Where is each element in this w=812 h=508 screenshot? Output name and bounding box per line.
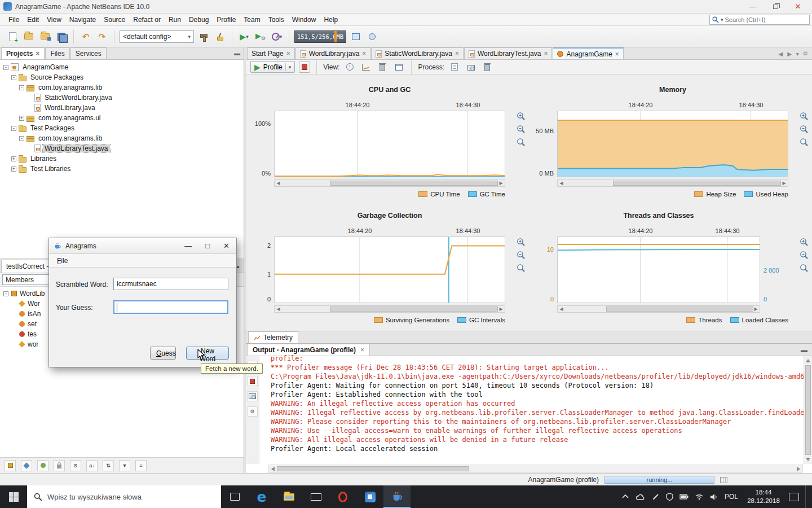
start-button[interactable]	[0, 485, 27, 508]
tree-item[interactable]: WordLibrary.java	[0, 103, 244, 113]
quick-search[interactable]: ▾	[709, 15, 810, 25]
action-center-icon[interactable]	[789, 493, 799, 501]
output-console[interactable]: profile:*** Profiler message (Fri Dec 28…	[259, 353, 804, 464]
telemetry-tab[interactable]: Telemetry	[248, 331, 298, 343]
table-view-icon[interactable]	[392, 61, 405, 73]
expand-all-icon[interactable]: ≡	[135, 460, 147, 471]
chart-plot[interactable]	[557, 237, 760, 303]
tree-item[interactable]: com.toy.anagrams.ui	[0, 113, 244, 123]
tree-item[interactable]: Libraries	[0, 154, 244, 164]
network-icon[interactable]	[695, 493, 704, 500]
zoom-in-icon[interactable]	[800, 112, 809, 121]
guess-button[interactable]: Guess	[150, 347, 176, 360]
telemetry-view-icon[interactable]	[343, 61, 356, 73]
edge-taskbar-icon[interactable]: e	[248, 485, 275, 508]
tree-item[interactable]: com.toy.anagrams.lib	[0, 133, 244, 143]
chart-scrollbar[interactable]: ◀▶	[274, 179, 505, 187]
tree-item[interactable]: Test Packages	[0, 123, 244, 133]
window-restore-button[interactable]	[769, 2, 782, 11]
scroll-tabs-right-icon[interactable]: ▶	[787, 51, 792, 57]
dialog-minimize-button[interactable]: —	[184, 242, 192, 249]
tree-expander-icon[interactable]	[3, 291, 8, 296]
tab-list-caret-icon[interactable]: ▾	[796, 51, 799, 57]
tree-expander-icon[interactable]	[19, 116, 24, 121]
maximize-editor-icon[interactable]: ⧉	[804, 50, 807, 57]
zoom-fit-icon[interactable]	[800, 138, 809, 147]
menu-item[interactable]: Debug	[185, 15, 213, 25]
sort-alpha-icon[interactable]: a↓	[86, 460, 98, 471]
scroll-tabs-left-icon[interactable]: ◀	[778, 51, 783, 57]
window-minimize-button[interactable]: —	[747, 2, 759, 11]
zoom-fit-icon[interactable]	[517, 264, 526, 273]
zoom-out-icon[interactable]	[517, 251, 526, 260]
close-icon[interactable]: ×	[455, 50, 459, 57]
new-word-button[interactable]: New Word	[186, 347, 229, 360]
zoom-in-icon[interactable]	[517, 112, 526, 121]
run-project-button[interactable]: ▶▾	[237, 30, 251, 43]
clean-build-button[interactable]	[213, 30, 227, 43]
menu-item[interactable]: Window	[288, 15, 320, 25]
editor-tab[interactable]: Start Page ×	[247, 47, 295, 59]
zoom-in-icon[interactable]	[517, 238, 526, 247]
pen-icon[interactable]	[652, 493, 660, 501]
mail-taskbar-icon[interactable]	[302, 485, 329, 508]
sort-source-icon[interactable]: ⇅	[103, 460, 114, 471]
taskbar-clock[interactable]: 18:44 28.12.2018	[744, 488, 783, 505]
zoom-out-icon[interactable]	[800, 251, 809, 260]
graphs-view-icon[interactable]	[360, 61, 372, 73]
tree-expander-icon[interactable]	[11, 156, 16, 161]
profile-project-button[interactable]: ▾	[270, 30, 284, 43]
navigator-tab[interactable]: testIsCorrect -	[1, 260, 54, 273]
menu-item[interactable]: Navigate	[65, 15, 100, 25]
zoom-out-icon[interactable]	[517, 125, 526, 134]
your-guess-field[interactable]	[113, 300, 228, 314]
tree-item[interactable]: com.toy.anagrams.lib	[0, 82, 244, 93]
taskbar-search[interactable]: Wpisz tu wyszukiwane słowa	[27, 485, 221, 508]
close-icon[interactable]: ×	[544, 50, 548, 57]
volume-icon[interactable]	[710, 493, 718, 501]
open-project-button[interactable]	[38, 30, 52, 43]
tree-item[interactable]: Test Libraries	[0, 164, 244, 174]
show-static-icon[interactable]: S	[70, 460, 81, 471]
chart-plot[interactable]	[557, 111, 788, 177]
show-desktop-button[interactable]	[805, 485, 807, 508]
java-app-taskbar-icon[interactable]	[383, 485, 411, 508]
file-explorer-taskbar-icon[interactable]	[275, 485, 302, 508]
debug-project-button[interactable]: ▶	[254, 30, 267, 43]
scrambled-word-field[interactable]	[113, 278, 228, 290]
menu-item[interactable]: Team	[240, 15, 264, 25]
tree-item[interactable]: WordLibraryTest.java	[0, 143, 244, 154]
gc-view-icon[interactable]	[376, 61, 389, 73]
snapshot-button[interactable]	[248, 391, 258, 401]
close-icon[interactable]: ×	[286, 50, 290, 57]
security-icon[interactable]	[666, 493, 673, 501]
new-file-button[interactable]	[6, 30, 19, 43]
stop-button[interactable]	[248, 376, 258, 386]
tree-expander-icon[interactable]	[11, 75, 16, 80]
build-project-button[interactable]	[197, 30, 210, 43]
window-close-button[interactable]: ✕	[792, 2, 804, 11]
tree-expander-icon[interactable]	[19, 136, 24, 141]
menu-item[interactable]: View	[43, 15, 65, 25]
process-list-icon[interactable]	[720, 477, 727, 483]
language-indicator[interactable]: POL	[725, 493, 738, 501]
panel-tab[interactable]: Projects ×	[1, 47, 45, 59]
close-icon[interactable]: ×	[362, 50, 366, 57]
opera-taskbar-icon[interactable]	[329, 485, 356, 508]
tree-item[interactable]: Source Packages	[0, 72, 244, 82]
editor-tab[interactable]: WordLibrary.java ×	[295, 47, 371, 59]
zoom-in-icon[interactable]	[800, 238, 809, 247]
editor-tab[interactable]: WordLibraryTest.java ×	[464, 47, 553, 59]
show-non-public-icon[interactable]	[54, 460, 65, 471]
dialog-file-menu[interactable]: File	[54, 256, 71, 266]
panel-tab[interactable]: Files ×	[45, 47, 69, 59]
menu-item[interactable]: Source	[100, 15, 129, 25]
dialog-close-button[interactable]: ✕	[223, 242, 230, 249]
search-scope-caret-icon[interactable]: ▾	[721, 17, 723, 23]
progress-bar[interactable]: running...	[604, 476, 714, 484]
menu-item[interactable]: Edit	[23, 15, 43, 25]
minimize-panel-icon[interactable]: ▬	[234, 50, 240, 56]
tree-expander-icon[interactable]	[11, 126, 16, 131]
zoom-fit-icon[interactable]	[800, 264, 809, 273]
save-all-button[interactable]	[55, 30, 68, 43]
